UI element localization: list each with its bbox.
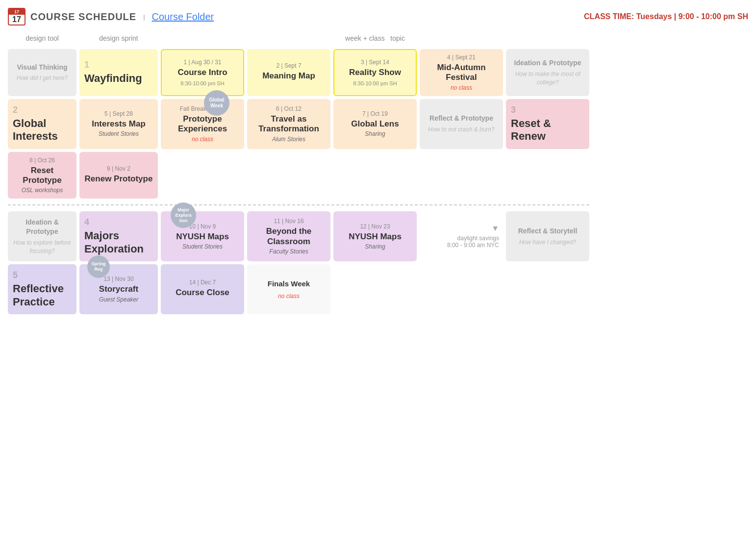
class-week-date: 11 | Nov 16 [274,218,303,225]
col-header-design-sprint: design sprint [79,32,158,46]
col-header-week-class: week + class topic [161,32,589,46]
col-header-design-tool: design tool [8,32,76,46]
class-sub: Alum Stories [272,136,305,143]
calendar-icon: 17 17 [8,8,25,25]
class-topic: NYUSH Maps [349,232,402,242]
class-renew-prototype: 9 | Nov 2 Renew Prototype [79,152,158,199]
class-week-date: 12 | Nov 23 [360,223,390,230]
sprint-num-5: 5 [13,270,18,280]
class-global-lens: 7 | Oct 19 Global Lens Sharing [333,99,417,149]
class-topic: Finals Week [268,279,310,288]
class-week-date: 5 | Sept 28 [104,110,133,117]
class-week-date: 4 | Sept 21 [447,54,476,61]
class-week-date: 10 | Nov 9 [189,223,216,230]
class-sub: OSL workshops [22,187,63,194]
class-sub: Student Stories [182,243,223,250]
sprint-num-1: 1 [84,60,89,70]
class-no-class: no class [192,136,213,143]
class-topic: Interests Map [92,119,146,129]
class-time-label: CLASS TIME: [584,12,634,21]
class-reset-prototype: 8 | Oct 26 Reset Prototype OSL workshops [8,152,76,199]
empty-3-5 [161,152,244,199]
class-sub: Sharing [365,243,385,250]
class-topic: Meaning Map [262,71,315,81]
class-time-info: CLASS TIME: Tuesdays | 9:00 - 10:00 pm S… [584,12,748,21]
class-time-note: 8:30-10:00 pm SH [180,80,224,86]
class-course-close: 14 | Dec 7 Course Close [161,264,244,314]
dt-ideation-prototype-1: Ideation & Prototype How to make the mos… [506,49,589,96]
spring-reg-badge: SpringReg [87,255,110,278]
empty-3-6 [247,152,330,199]
class-time-note: 8:30-10:00 pm SH [353,80,397,86]
dotted-line-separator [8,201,589,208]
schedule-grid: design tool design sprint week + class t… [8,32,748,314]
class-no-class: no class [451,84,472,91]
class-sub: Student Stories [99,130,139,137]
class-week-date: 7 | Oct 19 [362,110,388,117]
class-week-date: 13 | Nov 30 [103,276,133,282]
class-topic: NYUSH Maps [176,232,229,242]
class-prototype-experiences: GlobalWeek Fall Break | Oct 5 Prototype … [161,99,244,149]
class-reality-show: 3 | Sept 14 Reality Show 8:30-10:00 pm S… [333,49,417,96]
dt-visual-thinking: Visual Thinking How did I get here? [8,49,76,96]
class-week-date: 6 | Oct 12 [276,105,302,112]
class-no-class: no class [278,293,300,300]
dt-reflect-storytell: Reflect & Storytell How have I changed? [506,211,589,261]
class-sub: Guest Speaker [99,296,138,303]
class-topic: Reset Prototype [13,166,72,186]
class-week-date: 2 | Sept 7 [276,62,301,69]
sprint-reflective-practice: 5 Reflective Practice [8,264,76,314]
sprint-title-5: Reflective Practice [13,282,72,308]
class-beyond-classroom: 11 | Nov 16 Beyond the Classroom Faculty… [247,211,330,261]
sprint-title-4: Majors Exploration [84,229,153,255]
global-week-badge: GlobalWeek [204,90,229,116]
class-course-intro: 1 | Aug 30 / 31 Course Intro 8:30-10:00 … [161,49,244,96]
sprint-wayfinding: 1 Wayfinding [79,49,158,96]
empty-5-6 [333,264,417,314]
header-left: 17 17 COURSE SCHEDULE | Course Folder [8,8,214,25]
sprint-reset-renew: 3 Reset & Renew [506,99,589,149]
class-topic: Mid-Autumn Festival [425,63,498,83]
dt-ideation-prototype-2: Ideation & Prototype How to explore befo… [8,211,76,261]
class-storycraft: SpringReg 13 | Nov 30 Storycraft Guest S… [79,264,158,314]
class-topic: Global Lens [351,119,399,129]
daylight-savings-note: ▼ daylight savings8:00 - 9:00 am NYC [420,211,503,261]
class-week-date: 9 | Nov 2 [107,165,130,172]
sprint-majors-exploration: 4 Majors Exploration [79,211,158,261]
calendar-month: 17 [9,9,25,15]
class-meaning-map: 2 | Sept 7 Meaning Map [247,49,330,96]
class-sub: Sharing [365,130,385,137]
calendar-day: 17 [9,15,25,25]
class-topic: Prototype Experiences [166,114,239,134]
class-sub: Faculty Stories [269,248,308,255]
class-interests-map: 5 | Sept 28 Interests Map Student Storie… [79,99,158,149]
class-week-date: 3 | Sept 14 [361,59,389,66]
class-time-value: Tuesdays | 9:00 - 10:00 pm SH [636,12,748,21]
course-folder-link[interactable]: Course Folder [152,11,214,23]
dt-reflect-prototype: Reflect & Prototype How to not crash & b… [420,99,503,149]
class-finals-week: Finals Week no class [247,264,330,314]
header-divider: | [143,13,145,21]
class-week-date: 14 | Dec 7 [189,279,216,286]
sprint-title-1: Wayfinding [84,72,142,85]
class-topic: Travel as Transformation [252,114,326,134]
class-topic: Storycraft [99,284,138,294]
course-schedule-title: COURSE SCHEDULE [30,11,136,23]
class-topic: Course Intro [177,68,227,77]
class-topic: Reality Show [349,68,401,77]
class-week-date: 1 | Aug 30 / 31 [183,59,221,66]
sprint-num-3: 3 [511,105,516,115]
major-exploration-badge: MajorExploration [171,202,196,228]
class-nyush-maps-1: MajorExploration 10 | Nov 9 NYUSH Maps S… [161,211,244,261]
class-topic: Beyond the Classroom [252,227,326,247]
sprint-title-2: Global Interests [13,117,72,143]
class-week-date: 8 | Oct 26 [29,157,55,164]
class-topic: Renew Prototype [85,174,153,184]
sprint-global-interests: 2 Global Interests [8,99,76,149]
schedule-grid-wrapper: design tool design sprint week + class t… [8,32,748,314]
page-header: 17 17 COURSE SCHEDULE | Course Folder CL… [8,8,748,25]
sprint-num-2: 2 [13,105,18,115]
class-midautumn: 4 | Sept 21 Mid-Autumn Festival no class [420,49,503,96]
sprint-title-3: Reset & Renew [511,117,584,143]
sprint-num-4: 4 [84,217,89,227]
